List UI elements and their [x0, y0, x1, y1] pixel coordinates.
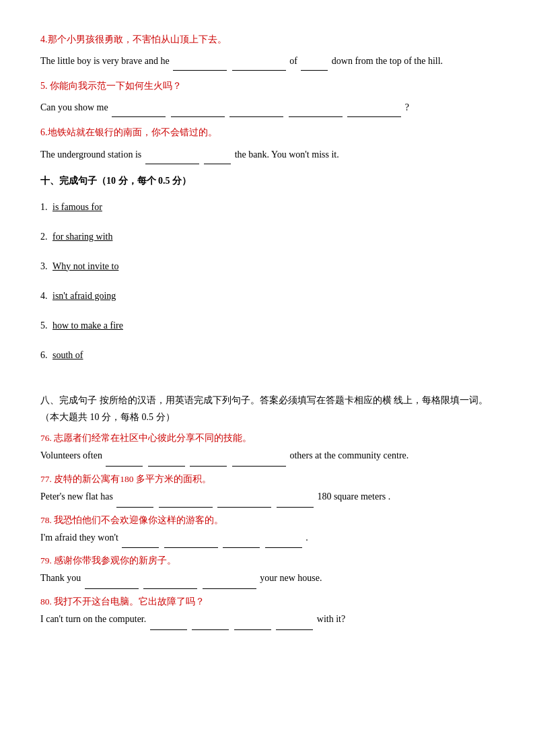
complete-item-4: 4. isn't afraid going — [40, 287, 495, 306]
q76-blank3[interactable] — [190, 466, 227, 467]
q6-prefix: The underground station is — [40, 149, 141, 160]
q79-prefix: Thank you — [40, 573, 81, 583]
q76-cn: 76. 志愿者们经常在社区中心彼此分享不同的技能。 — [40, 432, 495, 444]
item4-text: isn't afraid going — [52, 291, 116, 301]
section10-header: 十、完成句子（10 分，每个 0.5 分） — [40, 175, 495, 187]
q6-blank1[interactable] — [145, 164, 199, 164]
q80-suffix: with it? — [317, 614, 345, 624]
q78-en: I'm afraid they won't . — [40, 528, 495, 549]
complete-item-3: 3. Why not invite to — [40, 257, 495, 276]
q78-cn-text: 我恐怕他们不会欢迎像你这样的游客的。 — [54, 515, 223, 525]
q78-blank2[interactable] — [164, 547, 218, 548]
q76-block: 76. 志愿者们经常在社区中心彼此分享不同的技能。 Volunteers oft… — [40, 432, 495, 467]
q5-blank5[interactable] — [347, 116, 401, 117]
item2-num: 2. — [40, 232, 48, 242]
item2-text: for sharing with — [52, 232, 112, 242]
q77-blank1[interactable] — [116, 507, 153, 508]
q80-cn-text: 我打不开这台电脑。它出故障了吗？ — [54, 596, 205, 607]
q77-prefix: Peter's new flat has — [40, 491, 113, 502]
q4-blank3[interactable] — [301, 70, 328, 71]
q78-suffix: . — [306, 532, 308, 543]
q77-num: 77. — [40, 474, 52, 484]
q4-blank2[interactable] — [232, 70, 286, 71]
item6-num: 6. — [40, 350, 48, 360]
complete-item-5: 5. how to make a fire — [40, 316, 495, 335]
q78-blank4[interactable] — [265, 547, 302, 548]
q79-cn: 79. 感谢你带我参观你的新房子。 — [40, 555, 495, 567]
q4-mid: of — [289, 56, 297, 66]
q5-blank3[interactable] — [229, 116, 283, 117]
section8-header: 八、完成句子 按所给的汉语，用英语完成下列句子。答案必须填写在答题卡相应的横 线… — [40, 392, 495, 425]
q78-blank1[interactable] — [122, 547, 159, 548]
q80-blank4[interactable] — [276, 629, 313, 630]
q77-suffix: 180 square meters . — [317, 491, 390, 502]
q76-cn-text: 志愿者们经常在社区中心彼此分享不同的技能。 — [54, 433, 252, 443]
q79-block: 79. 感谢你带我参观你的新房子。 Thank you your new hou… — [40, 555, 495, 589]
q76-blank2[interactable] — [148, 466, 185, 467]
q77-cn: 77. 皮特的新公寓有180 多平方米的面积。 — [40, 473, 495, 485]
q79-en: Thank you your new house. — [40, 568, 495, 589]
q6-mid: the bank. You won't miss it. — [235, 149, 339, 160]
q77-blank4[interactable] — [277, 507, 314, 508]
complete-item-1: 1. is famous for — [40, 198, 495, 217]
question-6-en: The underground station is the bank. You… — [40, 145, 495, 164]
complete-item-6: 6. south of — [40, 346, 495, 365]
q80-num: 80. — [40, 596, 52, 607]
question-4-cn: 4.那个小男孩很勇敢，不害怕从山顶上下去。 — [40, 31, 495, 48]
q77-blank3[interactable] — [217, 507, 271, 508]
q78-block: 78. 我恐怕他们不会欢迎像你这样的游客的。 I'm afraid they w… — [40, 514, 495, 549]
item3-text: Why not invite to — [52, 261, 118, 271]
item5-num: 5. — [40, 320, 48, 331]
q77-blank2[interactable] — [159, 507, 213, 508]
q77-cn-text: 皮特的新公寓有180 多平方米的面积。 — [54, 474, 211, 484]
q79-blank2[interactable] — [143, 588, 197, 589]
q76-blank1[interactable] — [106, 466, 143, 467]
q79-suffix: your new house. — [260, 573, 322, 583]
q80-blank2[interactable] — [192, 629, 229, 630]
q5-blank1[interactable] — [112, 116, 166, 117]
q5-blank2[interactable] — [171, 116, 225, 117]
question-5-en: Can you show me ? — [40, 98, 495, 117]
q78-num: 78. — [40, 515, 52, 525]
q76-blank4[interactable] — [232, 466, 286, 467]
item3-num: 3. — [40, 261, 48, 271]
q78-cn: 78. 我恐怕他们不会欢迎像你这样的游客的。 — [40, 514, 495, 526]
q77-en: Peter's new flat has 180 square meters . — [40, 487, 495, 508]
item5-text: how to make a fire — [52, 320, 123, 331]
q5-prefix: Can you show me — [40, 102, 108, 112]
q76-prefix: Volunteers often — [40, 450, 102, 460]
q4-suffix: down from the top of the hill. — [332, 56, 443, 66]
q76-en: Volunteers often others at the community… — [40, 446, 495, 467]
q4-blank1[interactable] — [173, 70, 227, 71]
q78-prefix: I'm afraid they won't — [40, 532, 118, 543]
item4-num: 4. — [40, 291, 48, 301]
q79-cn-text: 感谢你带我参观你的新房子。 — [54, 555, 176, 565]
section8-container: 八、完成句子 按所给的汉语，用英语完成下列句子。答案必须填写在答题卡相应的横 线… — [40, 385, 495, 644]
q5-blank4[interactable] — [289, 116, 343, 117]
q78-blank3[interactable] — [223, 547, 260, 548]
q5-suffix: ? — [405, 102, 409, 112]
question-4-en: The little boy is very brave and he of d… — [40, 52, 495, 71]
q79-num: 79. — [40, 555, 52, 565]
q79-blank3[interactable] — [203, 588, 256, 589]
q80-block: 80. 我打不开这台电脑。它出故障了吗？ I can't turn on the… — [40, 596, 495, 630]
item1-num: 1. — [40, 202, 48, 212]
q76-suffix: others at the community centre. — [289, 450, 408, 460]
q80-prefix: I can't turn on the computer. — [40, 614, 146, 624]
q80-blank3[interactable] — [234, 629, 271, 630]
question-6-cn: 6.地铁站就在银行的南面，你不会错过的。 — [40, 124, 495, 141]
q76-num: 76. — [40, 433, 52, 443]
q4-prefix: The little boy is very brave and he — [40, 56, 170, 66]
item1-text: is famous for — [52, 202, 102, 212]
q79-blank1[interactable] — [85, 588, 139, 589]
q80-en: I can't turn on the computer. with it? — [40, 609, 495, 630]
question-5-cn: 5. 你能向我示范一下如何生火吗？ — [40, 77, 495, 94]
item6-text: south of — [52, 350, 83, 360]
complete-item-2: 2. for sharing with — [40, 228, 495, 246]
q77-block: 77. 皮特的新公寓有180 多平方米的面积。 Peter's new flat… — [40, 473, 495, 508]
q80-blank1[interactable] — [150, 629, 187, 630]
q80-cn: 80. 我打不开这台电脑。它出故障了吗？ — [40, 596, 495, 608]
q6-blank2[interactable] — [204, 164, 231, 164]
